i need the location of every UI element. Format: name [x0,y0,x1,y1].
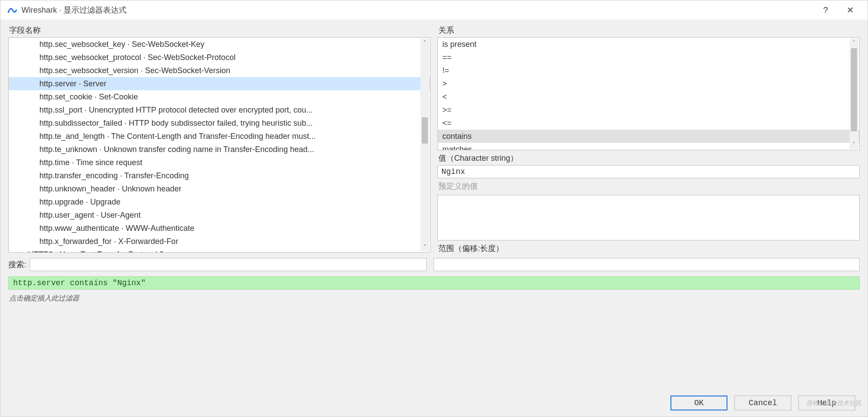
value-label: 值（Character string） [438,153,860,163]
filter-expression-preview: http.server contains "Nginx" [8,276,860,290]
watermark-text: @稀土掘金技术社区 [807,399,862,407]
field-name-list[interactable]: http.sec_websocket_key · Sec-WebSocket-K… [8,37,430,253]
relation-list-item[interactable]: is present [438,38,859,51]
relation-list-item[interactable]: < [438,90,859,103]
relation-list-item[interactable]: != [438,64,859,77]
relation-list-item[interactable]: >= [438,103,859,117]
close-button[interactable]: ✕ [838,5,862,15]
relation-label: 关系 [438,25,860,35]
field-list-item[interactable]: http.user_agent · User-Agent [9,208,430,222]
field-list-item[interactable]: http.sec_websocket_key · Sec-WebSocket-K… [9,38,430,51]
relation-list[interactable]: is present==!=><>=<=containsmatchesin ˄ … [438,37,860,150]
titlebar: Wireshark · 显示过滤器表达式 ? ✕ [0,0,868,20]
relation-list-item[interactable]: == [438,51,859,64]
field-list-item[interactable]: http.ssl_port · Unencrypted HTTP protoco… [9,103,430,117]
search-input[interactable] [30,258,427,271]
scroll-down-icon[interactable]: ˅ [850,140,858,149]
ok-button[interactable]: OK [670,396,727,410]
relation-list-item[interactable]: contains [438,130,859,143]
predefined-values-label: 预定义的值 [438,181,860,191]
field-list-item[interactable]: http.subdissector_failed · HTTP body sub… [9,117,430,130]
scroll-up-icon[interactable]: ˄ [850,39,858,47]
field-list-item[interactable]: http.unknown_header · Unknown header [9,182,430,195]
field-list-item[interactable]: http.time · Time since request [9,156,430,169]
scroll-down-icon[interactable]: ˅ [420,243,429,251]
hint-text: 点击确定插入此过滤器 [9,294,859,303]
field-list-item[interactable]: http.upgrade · Upgrade [9,195,430,208]
relation-list-item[interactable]: matches [438,143,859,150]
scroll-thumb[interactable] [422,117,428,144]
scroll-up-icon[interactable]: ˄ [420,39,429,47]
value-input[interactable] [438,165,860,178]
relation-list-scrollbar[interactable]: ˄ ˅ [850,39,858,149]
relation-list-item[interactable]: <= [438,117,859,130]
wireshark-icon [7,5,17,15]
predefined-values-list [438,195,860,240]
field-list-item[interactable]: http.sec_websocket_protocol · Sec-WebSoc… [9,51,430,64]
cancel-button[interactable]: Cancel [734,396,791,410]
field-list-scrollbar[interactable]: ˄ ˅ [420,39,429,251]
field-list-item[interactable]: http.server · Server [9,77,430,90]
field-list-item[interactable]: http.sec_websocket_version · Sec-WebSock… [9,64,430,77]
relation-list-item[interactable]: > [438,77,859,90]
field-list-item[interactable]: http.te_and_length · The Content-Length … [9,130,430,143]
range-label: 范围（偏移:长度） [438,243,860,254]
window-title: Wireshark · 显示过滤器表达式 [21,5,813,15]
help-button[interactable]: ? [813,5,838,15]
search-label: 搜索: [8,259,26,270]
field-list-item[interactable]: http.set_cookie · Set-Cookie [9,90,430,103]
field-list-item[interactable]: HTTP2 · HyperText Transfer Protocol 2 [9,248,430,253]
field-list-item[interactable]: http.x_forwarded_for · X-Forwarded-For [9,235,430,248]
field-list-item[interactable]: http.transfer_encoding · Transfer-Encodi… [9,169,430,182]
field-name-label: 字段名称 [9,25,430,35]
scroll-thumb[interactable] [851,48,857,131]
range-input[interactable] [434,258,860,271]
field-list-item[interactable]: http.te_unknown · Unknown transfer codin… [9,143,430,156]
field-list-item[interactable]: http.www_authenticate · WWW-Authenticate [9,222,430,235]
